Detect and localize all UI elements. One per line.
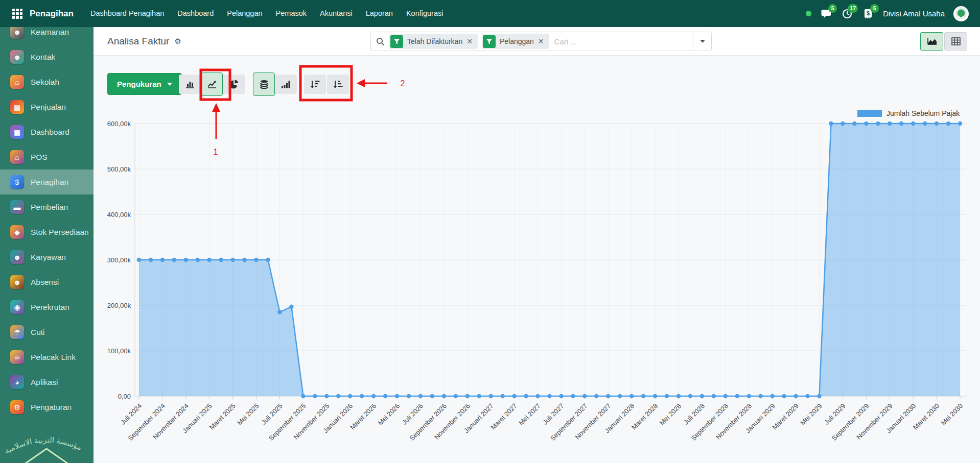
data-point[interactable]: [219, 258, 223, 262]
data-point[interactable]: [360, 394, 364, 398]
data-point[interactable]: [794, 394, 798, 398]
messages-icon[interactable]: 5: [820, 8, 832, 20]
sidebar-item-stok-persediaan[interactable]: ◆Stok Persediaan: [0, 220, 94, 245]
data-point[interactable]: [442, 394, 446, 398]
data-point[interactable]: [676, 394, 681, 398]
sort-descending-button[interactable]: [304, 75, 326, 94]
data-point[interactable]: [876, 121, 880, 126]
data-point[interactable]: [477, 394, 481, 398]
data-point[interactable]: [535, 394, 540, 398]
measures-button[interactable]: Pengukuran: [107, 73, 182, 95]
data-point[interactable]: [911, 121, 915, 126]
data-point[interactable]: [935, 121, 939, 126]
pivot-view-button[interactable]: [944, 32, 967, 51]
data-point[interactable]: [149, 258, 153, 262]
data-point[interactable]: [571, 394, 575, 398]
data-point[interactable]: [547, 394, 551, 398]
data-point[interactable]: [207, 258, 212, 262]
line-chart-button[interactable]: [201, 72, 223, 96]
sidebar-item-kontak[interactable]: ☻Kontak: [0, 44, 94, 69]
search-input[interactable]: [549, 37, 693, 46]
data-point[interactable]: [805, 394, 809, 398]
data-point[interactable]: [958, 121, 962, 126]
sidebar-item-absensi[interactable]: ☻Absensi: [0, 270, 94, 295]
search-box[interactable]: Telah Difakturkan✕Pelanggan✕: [370, 32, 712, 51]
data-point[interactable]: [606, 394, 610, 398]
filter-remove-icon[interactable]: ✕: [466, 37, 477, 45]
topbar-menu-konfigurasi[interactable]: Konfigurasi: [400, 0, 450, 27]
data-point[interactable]: [899, 121, 903, 126]
sidebar-item-aplikasi[interactable]: ◕Aplikasi: [0, 370, 94, 395]
data-point[interactable]: [230, 258, 235, 262]
sidebar-item-penjualan[interactable]: ▤Penjualan: [0, 94, 94, 119]
data-point[interactable]: [817, 394, 821, 398]
data-point[interactable]: [582, 394, 587, 398]
sidebar-item-penagihan[interactable]: $Penagihan: [0, 169, 94, 194]
data-point[interactable]: [172, 258, 176, 262]
sidebar-item-perekrutan[interactable]: ◉Perekrutan: [0, 295, 94, 320]
data-point[interactable]: [266, 258, 270, 262]
data-point[interactable]: [700, 394, 704, 398]
data-point[interactable]: [641, 394, 645, 398]
data-point[interactable]: [465, 394, 470, 398]
data-point[interactable]: [618, 394, 622, 398]
data-point[interactable]: [735, 394, 739, 398]
apps-grid-icon[interactable]: [12, 9, 22, 19]
data-point[interactable]: [759, 394, 763, 398]
topbar-menu-pelanggan[interactable]: Pelanggan: [220, 0, 269, 27]
data-point[interactable]: [395, 394, 399, 398]
data-point[interactable]: [242, 258, 246, 262]
data-point[interactable]: [430, 394, 434, 398]
activities-icon[interactable]: 17: [841, 8, 853, 20]
data-point[interactable]: [184, 258, 188, 262]
sidebar-item-pelacak-link[interactable]: ∞Pelacak Link: [0, 345, 94, 370]
sidebar-item-pengaturan[interactable]: ⚙Pengaturan: [0, 395, 94, 420]
search-dropdown-toggle[interactable]: [693, 32, 711, 51]
data-point[interactable]: [782, 394, 786, 398]
sidebar-item-keamanan[interactable]: ☻Keamanan: [0, 27, 94, 44]
topbar-menu-pemasok[interactable]: Pemasok: [269, 0, 313, 27]
data-point[interactable]: [712, 394, 716, 398]
sidebar-item-sekolah[interactable]: ⌂Sekolah: [0, 69, 94, 94]
pie-chart-button[interactable]: [223, 75, 245, 94]
user-avatar[interactable]: [953, 6, 969, 21]
data-point[interactable]: [852, 121, 856, 126]
data-point[interactable]: [336, 394, 340, 398]
data-point[interactable]: [770, 394, 774, 398]
data-point[interactable]: [864, 121, 868, 126]
company-name[interactable]: Divisi Amal Usaha: [883, 9, 945, 18]
data-point[interactable]: [371, 394, 376, 398]
data-point[interactable]: [137, 258, 141, 262]
topbar-menu-laporan[interactable]: Laporan: [359, 0, 400, 27]
data-point[interactable]: [594, 394, 598, 398]
data-point[interactable]: [348, 394, 352, 398]
data-point[interactable]: [277, 310, 282, 314]
stacked-button[interactable]: [253, 72, 275, 96]
sort-ascending-button[interactable]: [327, 75, 349, 94]
data-point[interactable]: [160, 258, 165, 262]
data-point[interactable]: [524, 394, 528, 398]
data-point[interactable]: [324, 394, 329, 398]
data-point[interactable]: [653, 394, 657, 398]
data-point[interactable]: [665, 394, 669, 398]
data-point[interactable]: [512, 394, 516, 398]
sidebar-item-pembelian[interactable]: ▬Pembelian: [0, 194, 94, 220]
topbar-menu-akuntansi[interactable]: Akuntansi: [313, 0, 359, 27]
sidebar-item-pos[interactable]: ⌂POS: [0, 144, 94, 169]
bar-chart-button[interactable]: [179, 75, 201, 94]
data-point[interactable]: [289, 304, 293, 308]
app-brand[interactable]: Penagihan: [30, 9, 74, 19]
topbar-menu-dashboard-penagihan[interactable]: Dashboard Penagihan: [84, 0, 171, 27]
filter-remove-icon[interactable]: ✕: [538, 37, 548, 45]
data-point[interactable]: [724, 394, 728, 398]
data-point[interactable]: [454, 394, 458, 398]
gear-icon[interactable]: ⚙: [174, 37, 181, 46]
cumulative-button[interactable]: [275, 75, 297, 94]
data-point[interactable]: [747, 394, 751, 398]
data-point[interactable]: [946, 121, 950, 126]
chart-legend[interactable]: Jumlah Sebelum Pajak: [857, 109, 960, 117]
data-point[interactable]: [489, 394, 493, 398]
sidebar-item-cuti[interactable]: ☂Cuti: [0, 320, 94, 345]
data-point[interactable]: [407, 394, 411, 398]
data-point[interactable]: [688, 394, 692, 398]
